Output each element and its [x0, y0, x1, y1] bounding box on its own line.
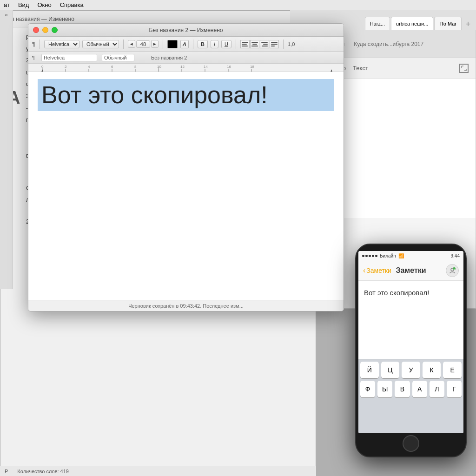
back-chevron-icon: ‹ — [363, 266, 365, 275]
minimize-button[interactable] — [42, 27, 48, 33]
status-text: Черновик сохранён в 09:43:42. Последнее … — [128, 303, 244, 309]
sidebar-label: s — [4, 14, 9, 16]
signal-dot-5 — [375, 255, 377, 257]
style-display[interactable]: Обычный — [102, 54, 134, 61]
window-controls — [33, 27, 58, 33]
iphone-home-button[interactable] — [403, 435, 419, 452]
key-в[interactable]: В — [395, 381, 410, 397]
menu-item-view[interactable]: Вид — [18, 1, 29, 8]
menu-item-format[interactable]: ат — [4, 1, 10, 8]
ios-back-button[interactable]: ‹ Заметки — [363, 266, 391, 275]
key-к[interactable]: К — [423, 362, 441, 378]
key-ы[interactable]: Ы — [377, 381, 392, 397]
svg-text:14: 14 — [204, 65, 208, 69]
iphone-screen: Билайн 📶 9:44 ‹ Заметки Заметки — [358, 251, 463, 433]
keyboard-row-2: Ф Ы В А Л Г — [360, 381, 462, 397]
window-titlebar: Без названия 2 — Изменено — [28, 24, 344, 37]
key-е[interactable]: Е — [443, 362, 462, 378]
browser-tab-urbica[interactable]: urbica пеши... — [391, 17, 433, 30]
wifi-icon: 📶 — [398, 253, 404, 258]
ios-notes: ‹ Заметки Заметки + Вот это ско — [358, 260, 463, 433]
italic-button[interactable]: I — [211, 40, 218, 48]
size-control: ◂ 48 ▸ — [128, 40, 159, 48]
style-selector[interactable]: Обычный — [82, 40, 119, 48]
signal-dot-2 — [365, 255, 368, 257]
font-display[interactable]: Helvetica — [41, 54, 97, 61]
menubar: ат Вид Окно Справка — [0, 0, 476, 10]
key-л[interactable]: Л — [430, 381, 444, 397]
menu-item-window[interactable]: Окно — [37, 1, 51, 8]
browser-tab-ito[interactable]: ITo Mar — [434, 17, 462, 30]
textedit-toolbar2: ¶ Helvetica Обычный Без названия 2 — [28, 52, 344, 64]
font-style-icon[interactable]: A — [180, 40, 189, 48]
signal-dot-3 — [369, 255, 371, 257]
line-spacing-value: 1,0 — [288, 41, 295, 47]
key-г[interactable]: Г — [447, 381, 462, 397]
toolbar-separator-4 — [193, 40, 193, 49]
new-tab-button[interactable]: + — [463, 19, 474, 30]
font-selector[interactable]: Helvetica — [44, 40, 79, 48]
ios-notes-title: Заметки — [396, 266, 426, 275]
ruler: 0 2 4 6 8 10 12 14 16 18 — [28, 64, 344, 72]
size-up-button[interactable]: ▸ — [151, 40, 159, 48]
align-left-button[interactable] — [240, 40, 250, 48]
word-count-label: Количество слов: 419 — [17, 469, 69, 474]
toolbar-separator-5 — [236, 40, 236, 49]
expand-icon[interactable] — [459, 64, 469, 73]
bg-app-title: Без названия — Изменено — [5, 16, 74, 22]
ios-statusbar: Билайн 📶 9:44 — [358, 251, 463, 260]
signal-dot-1 — [362, 255, 364, 257]
svg-text:4: 4 — [88, 65, 90, 69]
color-swatch[interactable] — [167, 40, 178, 48]
maximize-button[interactable] — [52, 27, 58, 33]
word-count-bar: P Количество слов: 419 — [0, 466, 316, 476]
ios-notes-content: Вот это скопировал! — [358, 281, 463, 305]
toolbar-separator-2 — [123, 40, 124, 49]
align-buttons — [240, 40, 279, 48]
carrier-label: Билайн — [380, 253, 396, 258]
signal-dot-4 — [372, 255, 374, 257]
toolbar-separator-3 — [163, 40, 163, 49]
svg-text:16: 16 — [227, 65, 231, 69]
key-а[interactable]: А — [412, 381, 427, 397]
main-text: Вот это скопировал! — [41, 81, 268, 108]
toolbar-separator-6 — [283, 40, 284, 49]
svg-text:+: + — [454, 267, 455, 270]
selected-text-block: Вот это скопировал! — [38, 79, 334, 111]
ios-keyboard[interactable]: Й Ц У К Е Ф Ы В А Л Г — [358, 359, 463, 433]
svg-text:6: 6 — [111, 65, 113, 69]
ios-time: 9:44 — [451, 253, 460, 258]
textedit-content[interactable]: Вот это скопировал! — [28, 72, 344, 300]
close-button[interactable] — [33, 27, 39, 33]
svg-text:0: 0 — [41, 65, 44, 69]
key-ф[interactable]: Ф — [360, 381, 375, 397]
textedit-statusbar: Черновик сохранён в 09:43:42. Последнее … — [28, 300, 344, 311]
ios-avatar-button[interactable]: + — [446, 264, 459, 277]
svg-text:12: 12 — [180, 65, 185, 69]
font-size-display: 48 — [136, 40, 150, 48]
keyboard-row-1: Й Ц У К Е — [360, 362, 462, 378]
iphone: Билайн 📶 9:44 ‹ Заметки Заметки — [355, 244, 467, 457]
underline-button[interactable]: U — [221, 40, 231, 48]
bold-button[interactable]: B — [198, 40, 208, 48]
size-down-button[interactable]: ◂ — [128, 40, 135, 48]
ios-carrier-signal: Билайн 📶 — [362, 253, 404, 258]
notes-text: Вот это скопировал! — [364, 288, 458, 298]
svg-text:18: 18 — [250, 65, 254, 69]
browser-tab-harz[interactable]: Harz... — [365, 17, 390, 30]
align-center-button[interactable] — [250, 40, 259, 48]
menu-item-help[interactable]: Справка — [60, 1, 84, 8]
desktop: ат Вид Окно Справка Без названия — Измен… — [0, 0, 476, 476]
back-label: Заметки — [366, 267, 391, 274]
sidebar: s — [0, 10, 13, 289]
align-right-button[interactable] — [260, 40, 269, 48]
doc-title-secondary: Без названия 2 — [151, 55, 187, 60]
key-й[interactable]: Й — [360, 362, 379, 378]
svg-text:8: 8 — [134, 65, 137, 69]
key-у[interactable]: У — [402, 362, 420, 378]
textedit-window: Без названия 2 — Изменено ¶ Helvetica Об… — [28, 23, 344, 311]
toolbar-separator-1 — [40, 40, 40, 49]
key-ц[interactable]: Ц — [381, 362, 400, 378]
text-tab[interactable]: Текст — [353, 65, 368, 72]
align-justify-button[interactable] — [270, 40, 279, 48]
